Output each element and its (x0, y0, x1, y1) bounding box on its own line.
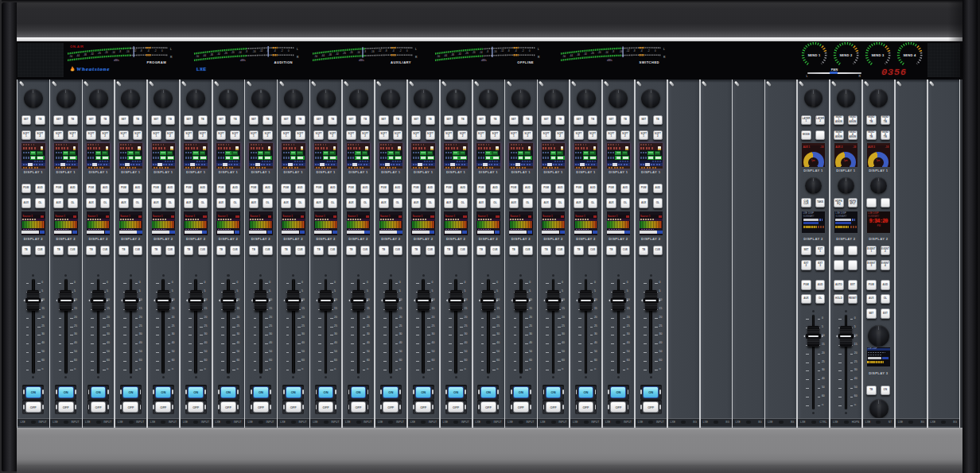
svg-text:-12: -12 (626, 49, 629, 52)
svg-text:-14: -14 (357, 51, 360, 54)
svg-text:-50: -50 (314, 55, 317, 58)
svg-text:-20: -20 (350, 51, 353, 54)
svg-text:-38: -38 (329, 53, 332, 56)
svg-text:-8: -8 (119, 50, 122, 53)
svg-text:-4: -4 (515, 49, 517, 52)
svg-text:-32: -32 (584, 52, 587, 56)
svg-text:L: L (415, 48, 417, 51)
svg-text:0: 0 (161, 49, 163, 52)
svg-text:-26: -26 (465, 52, 469, 55)
svg-text:-2: -2 (399, 49, 402, 52)
svg-text:-26: -26 (224, 52, 228, 55)
svg-text:-20: -20 (472, 51, 476, 54)
svg-text:-8: -8 (633, 49, 636, 52)
svg-text:-50: -50 (562, 55, 566, 58)
svg-text:-32: -32 (91, 52, 94, 56)
svg-text:-20: -20 (105, 51, 108, 54)
svg-text:L: L (170, 48, 172, 51)
svg-text:-12: -12 (259, 49, 262, 52)
svg-text:-14: -14 (239, 51, 242, 54)
svg-text:-38: -38 (451, 53, 454, 56)
svg-text:-44: -44 (76, 54, 80, 57)
svg-text:-14: -14 (112, 51, 115, 54)
svg-text:-20: -20 (231, 51, 235, 54)
svg-text:L: L (297, 48, 298, 51)
svg-text:-38: -38 (84, 53, 87, 56)
svg-text:R: R (663, 56, 666, 59)
svg-text:0: 0 (288, 49, 290, 52)
svg-text:-16: -16 (493, 50, 496, 53)
svg-text:-44: -44 (321, 54, 325, 57)
svg-text:-8: -8 (612, 50, 615, 53)
svg-text:0: 0 (529, 49, 531, 52)
svg-text:-2: -2 (281, 49, 283, 52)
svg-text:-12: -12 (133, 49, 136, 52)
svg-text:L: L (538, 48, 539, 51)
svg-text:-8: -8 (487, 50, 489, 53)
svg-text:-2: -2 (154, 49, 157, 52)
svg-text:-2: -2 (648, 49, 650, 52)
svg-text:-14: -14 (480, 51, 483, 54)
svg-text:-12: -12 (378, 49, 381, 52)
svg-text:-8: -8 (266, 49, 269, 52)
svg-text:-8: -8 (508, 49, 510, 52)
svg-text:0: 0 (655, 49, 656, 52)
svg-text:-44: -44 (444, 54, 447, 57)
svg-text:-32: -32 (336, 52, 339, 56)
svg-text:-12: -12 (500, 49, 504, 52)
svg-text:-44: -44 (203, 54, 206, 57)
svg-text:-50: -50 (437, 55, 440, 58)
svg-text:-14: -14 (605, 51, 609, 54)
svg-text:R: R (170, 56, 173, 59)
svg-text:-38: -38 (210, 53, 213, 56)
svg-text:-50: -50 (69, 55, 72, 58)
svg-text:-38: -38 (577, 53, 580, 56)
svg-text:-16: -16 (371, 50, 374, 53)
svg-text:-32: -32 (458, 52, 461, 56)
svg-text:-8: -8 (140, 49, 142, 52)
svg-text:-32: -32 (217, 52, 220, 56)
svg-text:-26: -26 (591, 52, 594, 55)
svg-text:R: R (538, 56, 540, 59)
svg-text:-8: -8 (364, 50, 367, 53)
svg-text:L: L (663, 48, 665, 51)
svg-text:-2: -2 (522, 49, 524, 52)
svg-text:-16: -16 (126, 50, 129, 53)
svg-text:-44: -44 (570, 54, 573, 57)
svg-text:-16: -16 (619, 50, 622, 53)
svg-text:0: 0 (406, 49, 408, 52)
svg-text:R: R (415, 56, 418, 59)
svg-text:-20: -20 (598, 51, 601, 54)
svg-text:-50: -50 (196, 55, 199, 58)
svg-text:-4: -4 (147, 49, 150, 52)
svg-text:-4: -4 (392, 49, 395, 52)
svg-text:-26: -26 (98, 52, 101, 55)
svg-text:R: R (297, 56, 299, 59)
svg-text:-8: -8 (246, 50, 248, 53)
svg-text:-16: -16 (252, 50, 255, 53)
svg-text:-4: -4 (640, 49, 643, 52)
svg-text:-26: -26 (343, 52, 346, 55)
svg-text:-4: -4 (274, 49, 276, 52)
svg-text:-8: -8 (385, 49, 387, 52)
